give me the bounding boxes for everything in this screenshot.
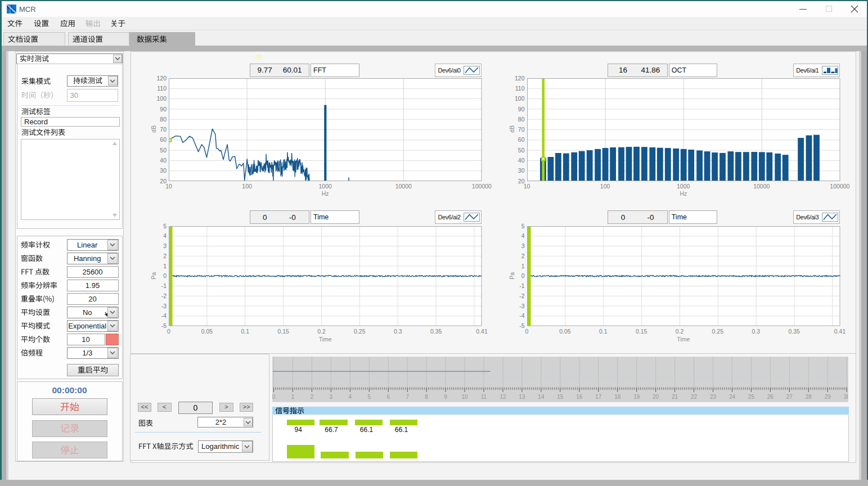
svg-text:2: 2 bbox=[311, 394, 314, 400]
svg-text:23: 23 bbox=[710, 394, 717, 400]
svg-text:30: 30 bbox=[844, 394, 848, 400]
svg-text:0: 0 bbox=[272, 394, 276, 400]
svg-text:21: 21 bbox=[672, 394, 678, 400]
svg-text:12: 12 bbox=[500, 394, 506, 400]
svg-text:4: 4 bbox=[349, 394, 352, 400]
svg-text:28: 28 bbox=[806, 394, 812, 400]
svg-text:13: 13 bbox=[519, 394, 525, 400]
svg-text:26: 26 bbox=[767, 394, 774, 400]
svg-text:15: 15 bbox=[557, 394, 564, 400]
svg-text:29: 29 bbox=[825, 394, 831, 400]
svg-text:22: 22 bbox=[691, 394, 698, 400]
svg-text:18: 18 bbox=[614, 394, 621, 400]
svg-text:20: 20 bbox=[653, 394, 659, 400]
svg-text:8: 8 bbox=[425, 394, 428, 400]
svg-text:1: 1 bbox=[291, 394, 295, 400]
svg-text:3: 3 bbox=[330, 394, 333, 400]
svg-text:7: 7 bbox=[406, 394, 409, 400]
svg-text:24: 24 bbox=[729, 394, 736, 400]
svg-text:16: 16 bbox=[576, 394, 583, 400]
svg-text:25: 25 bbox=[748, 394, 755, 400]
svg-text:14: 14 bbox=[538, 394, 545, 400]
svg-text:9: 9 bbox=[444, 394, 447, 400]
svg-text:11: 11 bbox=[481, 394, 487, 400]
svg-text:17: 17 bbox=[595, 394, 602, 400]
svg-text:5: 5 bbox=[368, 394, 371, 400]
svg-text:10: 10 bbox=[462, 394, 469, 400]
svg-text:6: 6 bbox=[386, 394, 390, 400]
svg-text:19: 19 bbox=[633, 394, 640, 400]
svg-text:27: 27 bbox=[786, 394, 793, 400]
